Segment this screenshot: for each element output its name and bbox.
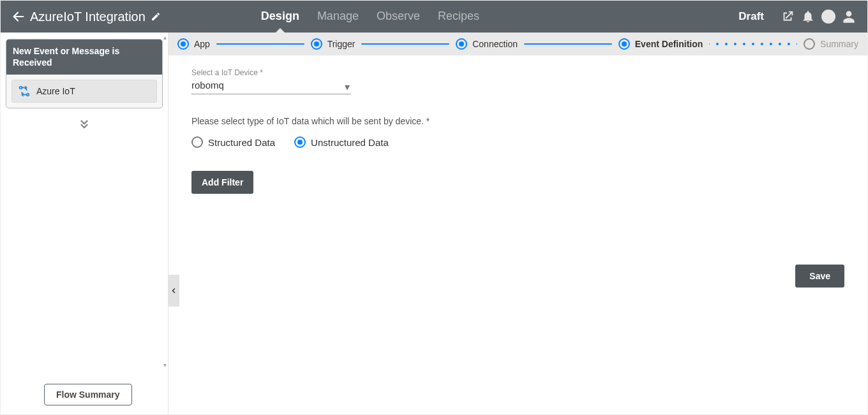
radio-on-icon bbox=[311, 38, 322, 50]
nav-design[interactable]: Design bbox=[261, 10, 299, 24]
bell-icon bbox=[801, 10, 815, 24]
step-connector bbox=[709, 43, 797, 45]
main-panel: App Trigger Connection Event Definition bbox=[168, 33, 867, 414]
device-select-value: robomq bbox=[191, 80, 224, 91]
step-connector bbox=[216, 43, 304, 45]
back-button[interactable] bbox=[10, 8, 27, 25]
radio-label: Structured Data bbox=[208, 137, 275, 148]
help-icon bbox=[821, 9, 836, 24]
device-select[interactable]: robomq ▾ bbox=[191, 80, 351, 94]
scroll-up-icon: ▴ bbox=[163, 34, 167, 41]
svg-point-2 bbox=[828, 19, 829, 20]
radio-structured-data[interactable]: Structured Data bbox=[191, 136, 275, 148]
scroll-down-icon: ▾ bbox=[163, 361, 167, 368]
step-connector bbox=[524, 43, 612, 45]
arrow-left-icon bbox=[11, 10, 26, 24]
step-event-definition[interactable]: Event Definition bbox=[618, 38, 703, 50]
status-label: Draft bbox=[738, 10, 764, 23]
trigger-card: New Event or Message is Received Azure I… bbox=[6, 39, 163, 108]
step-connector bbox=[361, 43, 449, 45]
chevron-double-down-icon bbox=[79, 119, 90, 130]
body: ▴ New Event or Message is Received Azure… bbox=[1, 33, 867, 414]
radio-unstructured-data[interactable]: Unstructured Data bbox=[294, 136, 389, 148]
notifications-button[interactable] bbox=[798, 7, 818, 26]
node-azure-iot[interactable]: Azure IoT bbox=[11, 80, 157, 103]
step-bar: App Trigger Connection Event Definition bbox=[168, 33, 867, 55]
radio-off-icon bbox=[191, 136, 203, 148]
collapse-sidebar-button[interactable] bbox=[168, 275, 179, 307]
step-connection[interactable]: Connection bbox=[456, 38, 518, 50]
step-label: App bbox=[194, 39, 210, 49]
sidebar: ▴ New Event or Message is Received Azure… bbox=[1, 33, 168, 414]
trigger-card-title: New Event or Message is Received bbox=[6, 40, 162, 75]
step-label: Summary bbox=[820, 39, 858, 49]
chevron-down-icon: ▾ bbox=[345, 81, 350, 93]
page-title: AzureIoT Integration bbox=[30, 10, 146, 24]
nav-manage[interactable]: Manage bbox=[317, 10, 359, 24]
step-trigger[interactable]: Trigger bbox=[311, 38, 355, 50]
radio-on-icon bbox=[177, 38, 189, 50]
radio-on-icon bbox=[618, 38, 630, 50]
pencil-icon bbox=[151, 11, 161, 22]
data-type-radio-group: Structured Data Unstructured Data bbox=[191, 136, 844, 148]
azure-iot-icon bbox=[17, 84, 31, 98]
step-label: Trigger bbox=[327, 39, 355, 49]
data-type-hint: Please select type of IoT data which wil… bbox=[191, 116, 844, 126]
step-label: Event Definition bbox=[635, 39, 703, 49]
edit-title-button[interactable] bbox=[149, 10, 162, 23]
radio-on-icon bbox=[294, 136, 306, 148]
open-external-icon bbox=[781, 10, 795, 24]
open-external-button[interactable] bbox=[778, 7, 797, 26]
nav-observe[interactable]: Observe bbox=[377, 10, 420, 24]
expand-flow-button[interactable] bbox=[6, 119, 163, 133]
radio-label: Unstructured Data bbox=[311, 137, 389, 148]
step-summary[interactable]: Summary bbox=[804, 38, 858, 50]
chevron-left-icon bbox=[170, 287, 177, 295]
radio-on-icon bbox=[456, 38, 467, 50]
radio-off-icon bbox=[804, 38, 815, 50]
app-header: AzureIoT Integration Design Manage Obser… bbox=[1, 1, 867, 33]
account-button[interactable] bbox=[839, 7, 858, 26]
save-button[interactable]: Save bbox=[795, 265, 844, 288]
help-button[interactable] bbox=[819, 7, 838, 26]
header-nav: Design Manage Observe Recipes bbox=[261, 10, 479, 24]
flow-summary-button[interactable]: Flow Summary bbox=[44, 384, 132, 405]
node-label: Azure IoT bbox=[36, 86, 75, 96]
user-icon bbox=[841, 8, 857, 25]
form-area: Select a IoT Device * robomq ▾ Please se… bbox=[168, 55, 867, 414]
step-label: Connection bbox=[472, 39, 518, 49]
nav-recipes[interactable]: Recipes bbox=[438, 10, 479, 24]
add-filter-button[interactable]: Add Filter bbox=[191, 171, 253, 194]
step-app[interactable]: App bbox=[177, 38, 210, 50]
device-field-label: Select a IoT Device * bbox=[191, 68, 844, 77]
